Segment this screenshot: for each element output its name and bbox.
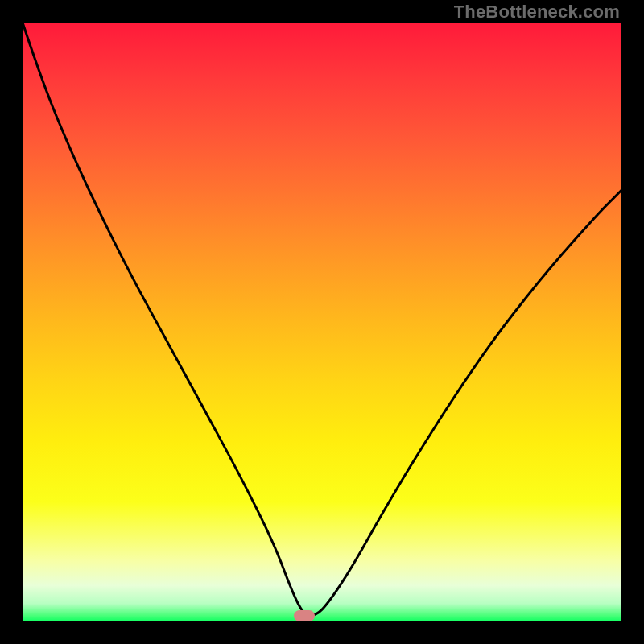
bottleneck-curve: [23, 23, 621, 621]
chart-frame: TheBottleneck.com: [0, 0, 644, 644]
watermark-text: TheBottleneck.com: [454, 2, 620, 23]
minimum-marker: [294, 610, 315, 621]
